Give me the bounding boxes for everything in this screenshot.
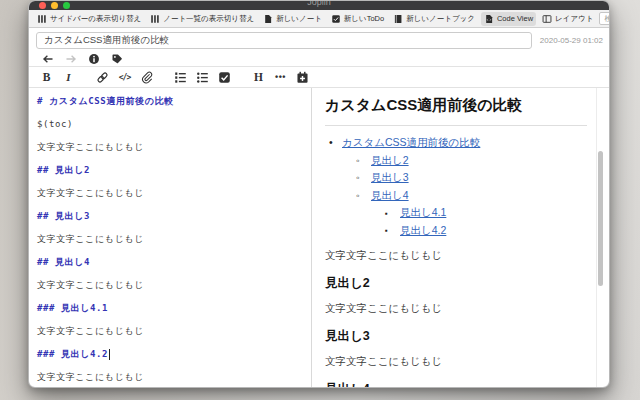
window-title: Joplin	[29, 1, 609, 7]
text-cursor	[109, 349, 110, 360]
editor-line: ### 見出し4.1	[37, 297, 311, 320]
calendar-plus-icon	[296, 71, 309, 84]
bold-icon: B	[43, 71, 51, 83]
editor-line: 文字文字ここにもじもじ	[37, 136, 311, 159]
code-view-icon	[484, 14, 494, 24]
viewer-paragraph: 文字文字ここにもじもじ	[325, 302, 587, 316]
back-arrow-icon	[42, 53, 54, 65]
search-input[interactable]	[599, 12, 610, 25]
editor-line: 文字文字ここにもじもじ	[37, 228, 311, 251]
toc-item: •カスタムCSS適用前後の比較	[325, 134, 587, 152]
layout-icon	[542, 14, 552, 24]
scrollbar-thumb[interactable]	[598, 151, 603, 286]
toc-link[interactable]: 見出し2	[371, 154, 409, 166]
tag-icon	[111, 53, 123, 65]
italic-icon: I	[66, 71, 70, 83]
toggle-sidebar-button[interactable]: サイドバーの表示切り替え	[34, 12, 144, 26]
tags-button[interactable]	[110, 53, 123, 65]
more-options-button[interactable]: •••	[272, 68, 289, 86]
heading-icon: H	[254, 71, 263, 83]
editor-line: ## 見出し3	[37, 205, 311, 228]
editor-line: # カスタムCSS適用前後の比較	[37, 90, 311, 113]
note-title-input[interactable]	[36, 32, 532, 49]
bullet-icon: •	[329, 134, 333, 152]
viewer-sections: 文字文字ここにもじもじ見出し2文字文字ここにもじもじ見出し3文字文字ここにもじも…	[325, 249, 587, 387]
toc-item: ◦見出し3	[325, 169, 587, 187]
markdown-viewer[interactable]: カスタムCSS適用前後の比較 •カスタムCSS適用前後の比較◦見出し2◦見出し3…	[312, 88, 609, 387]
toc-item: ◦見出し4	[325, 187, 587, 205]
editor-line: 文字文字ここにもじもじ	[37, 320, 311, 343]
paperclip-icon	[140, 71, 153, 84]
markdown-editor[interactable]: # カスタムCSS適用前後の比較$(toc)文字文字ここにもじもじ## 見出し2…	[29, 88, 312, 387]
editor-line: 文字文字ここにもじもじ	[37, 274, 311, 297]
viewer-title: カスタムCSS適用前後の比較	[325, 96, 587, 126]
editor-line: $(toc)	[37, 113, 311, 136]
insert-datetime-button[interactable]	[294, 68, 311, 86]
checkbox-icon	[218, 71, 231, 84]
viewer-heading: 見出し2	[325, 275, 587, 292]
viewer-heading: 見出し4	[325, 381, 587, 387]
more-icon: •••	[275, 72, 286, 82]
toc-link[interactable]: 見出し4	[371, 189, 409, 201]
new-todo-button[interactable]: 新しいToDo	[328, 12, 387, 26]
bullet-icon: ◦	[356, 152, 360, 170]
new-note-icon	[263, 14, 273, 24]
toc-item: ◦見出し2	[325, 152, 587, 170]
toggle-note-list-icon	[150, 14, 160, 24]
toggle-sidebar-icon	[37, 14, 47, 24]
numbered-list-button[interactable]	[172, 68, 189, 86]
toolbar-item-label: Code View	[497, 14, 533, 23]
editor-lines: # カスタムCSS適用前後の比較$(toc)文字文字ここにもじもじ## 見出し2…	[37, 90, 311, 387]
hyperlink-icon	[96, 71, 109, 84]
viewer-paragraph: 文字文字ここにもじもじ	[325, 249, 587, 263]
window-titlebar: Joplin	[29, 1, 609, 10]
layout-button[interactable]: レイアウト	[539, 12, 596, 26]
new-notebook-button[interactable]: 新しいノートブック	[390, 12, 478, 26]
code-icon: </>	[119, 73, 130, 82]
back-button[interactable]	[41, 53, 54, 65]
new-todo-icon	[331, 14, 341, 24]
app-toolbar: サイドバーの表示切り替え ノート一覧の表示切り替え 新しいノート 新しいToDo…	[29, 10, 609, 28]
bullet-icon: ◦	[356, 169, 360, 187]
note-properties-button[interactable]	[87, 53, 100, 65]
bulleted-list-button[interactable]	[194, 68, 211, 86]
bold-button[interactable]: B	[38, 68, 55, 86]
toolbar-item-label: 新しいToDo	[344, 14, 384, 24]
viewer-paragraph: 文字文字ここにもじもじ	[325, 355, 587, 369]
search-bar	[599, 12, 610, 25]
editor-line: ### 見出し4.2	[37, 343, 311, 366]
heading-button[interactable]: H	[250, 68, 267, 86]
numbered-list-icon	[174, 71, 187, 84]
checkbox-button[interactable]	[216, 68, 233, 86]
toolbar-item-label: 新しいノート	[276, 14, 322, 24]
note-content-split: # カスタムCSS適用前後の比較$(toc)文字文字ここにもじもじ## 見出し2…	[29, 88, 609, 387]
toc-link[interactable]: 見出し4.2	[400, 224, 446, 236]
editor-line: 文字文字ここにもじもじ	[37, 366, 311, 387]
forward-arrow-icon	[65, 53, 77, 65]
forward-button	[64, 53, 77, 65]
inline-code-button[interactable]: </>	[116, 68, 133, 86]
italic-button[interactable]: I	[60, 68, 77, 86]
bullet-icon: ▪	[385, 222, 388, 240]
toggle-note-list-button[interactable]: ノート一覧の表示切り替え	[147, 12, 257, 26]
toolbar-item-label: ノート一覧の表示切り替え	[163, 14, 254, 24]
toolbar-item-label: 新しいノートブック	[406, 14, 475, 24]
new-note-button[interactable]: 新しいノート	[260, 12, 325, 26]
note-nav-row	[29, 52, 609, 66]
toolbar-item-label: レイアウト	[555, 14, 593, 24]
joplin-window: Joplin サイドバーの表示切り替え ノート一覧の表示切り替え 新しいノート …	[28, 0, 610, 388]
toc-link[interactable]: 見出し3	[371, 171, 409, 183]
toc-item: ▪見出し4.2	[325, 222, 587, 240]
viewer-scrollbar[interactable]	[596, 88, 604, 387]
note-timestamp: 2020-05-29 01:02	[540, 36, 603, 45]
editor-line: 文字文字ここにもじもじ	[37, 182, 311, 205]
toc-link[interactable]: カスタムCSS適用前後の比較	[342, 136, 480, 148]
code-view-button[interactable]: Code View	[481, 12, 536, 26]
info-icon	[88, 53, 100, 65]
attach-file-button[interactable]	[138, 68, 155, 86]
toc-link[interactable]: 見出し4.1	[400, 206, 446, 218]
bullet-icon: ◦	[356, 187, 360, 205]
hyperlink-button[interactable]	[94, 68, 111, 86]
toolbar-item-label: サイドバーの表示切り替え	[50, 14, 141, 24]
viewer-heading: 見出し3	[325, 328, 587, 345]
